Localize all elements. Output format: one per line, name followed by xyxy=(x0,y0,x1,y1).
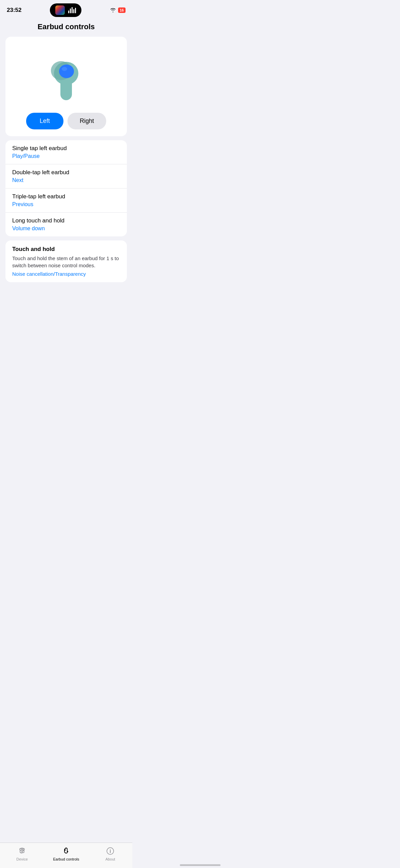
battery-indicator: 16 xyxy=(118,7,126,13)
status-right-icons: 16 xyxy=(110,7,126,13)
earbud-image xyxy=(44,43,88,105)
main-content: Left Right Single tap left earbud Play/P… xyxy=(0,37,132,320)
page-title: Earbud controls xyxy=(0,18,132,37)
control-double-tap-value: Next xyxy=(12,177,120,183)
touch-and-hold-link[interactable]: Noise cancellation/Transparency xyxy=(12,271,120,277)
control-triple-tap-label: Triple-tap left earbud xyxy=(12,193,120,200)
controls-list-card: Single tap left earbud Play/Pause Double… xyxy=(5,140,127,236)
control-long-touch-value: Volume down xyxy=(12,225,120,232)
control-long-touch-label: Long touch and hold xyxy=(12,217,120,224)
control-double-tap-label: Double-tap left earbud xyxy=(12,169,120,176)
status-bar: 23:52 16 xyxy=(0,0,132,18)
control-double-tap[interactable]: Double-tap left earbud Next xyxy=(5,164,127,188)
touch-and-hold-description: Touch and hold the stem of an earbud for… xyxy=(12,255,120,269)
touch-and-hold-title: Touch and hold xyxy=(12,246,120,253)
music-bars-icon xyxy=(68,7,76,13)
earbud-ear-selector: Left Right xyxy=(26,113,106,129)
right-ear-button[interactable]: Right xyxy=(68,113,106,129)
control-triple-tap[interactable]: Triple-tap left earbud Previous xyxy=(5,188,127,213)
now-playing-pill[interactable] xyxy=(50,3,81,17)
svg-point-4 xyxy=(62,67,67,71)
touch-and-hold-card: Touch and hold Touch and hold the stem o… xyxy=(5,240,127,282)
earbud-selector-card: Left Right xyxy=(5,37,127,136)
control-single-tap-label: Single tap left earbud xyxy=(12,145,120,152)
left-ear-button[interactable]: Left xyxy=(26,113,63,129)
control-triple-tap-value: Previous xyxy=(12,201,120,207)
control-single-tap[interactable]: Single tap left earbud Play/Pause xyxy=(5,140,127,164)
control-long-touch[interactable]: Long touch and hold Volume down xyxy=(5,213,127,236)
album-art xyxy=(55,5,65,15)
svg-point-3 xyxy=(59,65,74,78)
status-time: 23:52 xyxy=(7,7,21,14)
wifi-icon xyxy=(110,8,116,13)
control-single-tap-value: Play/Pause xyxy=(12,153,120,159)
